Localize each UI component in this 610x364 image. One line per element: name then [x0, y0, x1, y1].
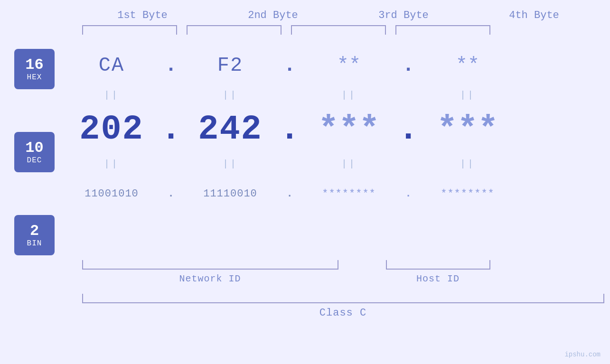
bottom-brackets-row — [82, 260, 604, 270]
dec-byte1: 202 — [64, 110, 159, 149]
main-data-area: 16 HEX 10 DEC 2 BIN CA . F2 . ** . ** — [0, 44, 610, 255]
hex-byte1: CA — [64, 54, 159, 77]
bin-badge: 2 BIN — [14, 215, 55, 255]
network-id-bracket — [82, 260, 338, 270]
hex-badge: 16 HEX — [14, 49, 55, 89]
dec-byte4: *** — [420, 110, 515, 149]
byte-headers: 1st Byte 2nd Byte 3rd Byte 4th Byte — [77, 9, 600, 21]
bracket-byte3 — [291, 25, 386, 35]
hex-byte4: ** — [420, 54, 515, 77]
eq2-b3: || — [301, 159, 396, 169]
eq1-b4: || — [420, 90, 515, 101]
bin-dot1: . — [159, 188, 183, 200]
top-bracket-row — [77, 25, 600, 35]
bin-byte3: ******** — [301, 188, 396, 200]
dec-badge-number: 10 — [25, 140, 43, 156]
dec-dot1: . — [159, 110, 183, 149]
bin-byte4: ******** — [420, 188, 515, 200]
bottom-id-section: Network ID Host ID — [82, 260, 604, 284]
network-id-label: Network ID — [82, 273, 338, 284]
hex-dot3: . — [396, 54, 420, 77]
dec-dot3: . — [396, 110, 420, 149]
bottom-labels-row: Network ID Host ID — [82, 273, 604, 284]
hex-value-row: CA . F2 . ** . ** — [64, 44, 610, 87]
eq2-b4: || — [420, 159, 515, 169]
hex-dot1: . — [159, 54, 183, 77]
byte4-header: 4th Byte — [482, 9, 586, 21]
equals-row-2: || || || || — [64, 156, 610, 172]
hex-badge-label: HEX — [27, 73, 42, 82]
main-container: 1st Byte 2nd Byte 3rd Byte 4th Byte 16 H… — [0, 0, 610, 364]
host-id-label: Host ID — [386, 273, 490, 284]
class-section: Class C — [82, 294, 604, 319]
dec-dot2: . — [278, 110, 301, 149]
dec-byte3: *** — [301, 110, 396, 149]
bracket-byte2 — [187, 25, 282, 35]
eq1-b2: || — [183, 90, 278, 101]
byte2-header: 2nd Byte — [221, 9, 325, 21]
bin-badge-number: 2 — [30, 223, 39, 239]
dec-badge-label: DEC — [27, 156, 42, 165]
bin-dot3: . — [396, 188, 420, 200]
dec-byte2: 242 — [183, 110, 278, 149]
values-area: CA . F2 . ** . ** || || || || — [64, 44, 610, 215]
hex-badge-number: 16 — [25, 56, 43, 73]
eq1-b3: || — [301, 90, 396, 101]
dec-badge: 10 DEC — [14, 132, 55, 172]
bracket-byte1 — [82, 25, 177, 35]
eq2-b2: || — [183, 159, 278, 169]
byte3-header: 3rd Byte — [351, 9, 456, 21]
bin-dot2: . — [278, 188, 301, 200]
bracket-byte4 — [395, 25, 490, 35]
hex-dot2: . — [278, 54, 301, 77]
hex-byte3: ** — [301, 54, 396, 77]
bin-byte2: 11110010 — [183, 188, 278, 200]
badges-column: 16 HEX 10 DEC 2 BIN — [14, 49, 55, 255]
dec-value-row: 202 . 242 . *** . *** — [64, 103, 610, 156]
bin-byte1: 11001010 — [64, 188, 159, 200]
class-c-label: Class C — [82, 307, 604, 319]
eq2-b1: || — [64, 159, 159, 169]
host-id-bracket — [386, 260, 490, 270]
equals-row-1: || || || || — [64, 87, 610, 103]
bin-value-row: 11001010 . 11110010 . ******** . *******… — [64, 172, 610, 215]
bin-badge-label: BIN — [27, 239, 42, 248]
watermark: ipshu.com — [564, 351, 601, 358]
eq-group-2: || || || || — [64, 159, 610, 169]
byte1-header: 1st Byte — [90, 9, 195, 21]
hex-byte2: F2 — [183, 54, 278, 77]
eq1-b1: || — [64, 90, 159, 101]
eq-group-1: || || || || — [64, 90, 610, 101]
class-c-bracket — [82, 294, 604, 303]
